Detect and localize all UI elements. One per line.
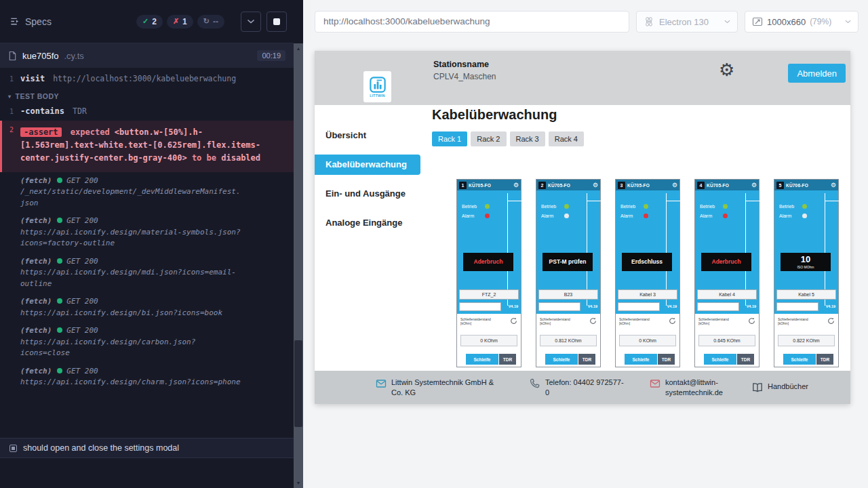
measurement-value: 0 KOhm: [619, 335, 676, 346]
stat-failed: ✗1: [167, 15, 193, 28]
device-number-badge: 5: [776, 182, 784, 189]
command-log-entry[interactable]: 1 visit http://localhost:3000/kabelueber…: [0, 72, 294, 85]
browser-name: Electron 130: [659, 17, 709, 27]
device-card: 1 KÜ705-FO ⚙ Betrieb Alarm: [456, 179, 521, 367]
nav-item[interactable]: Kabelüberwachung: [315, 155, 420, 175]
schleife-button[interactable]: Schleife: [704, 354, 736, 365]
footer-icon: [376, 378, 387, 389]
nav-item[interactable]: Analoge Eingänge: [315, 213, 420, 233]
failed-assertion-entry[interactable]: 2 -assert expected <button.w-[50%].h-[1.…: [0, 121, 294, 172]
status-subtext: ISO MOhm: [797, 265, 814, 269]
chevron-down-icon: [845, 20, 851, 24]
refresh-icon[interactable]: [589, 317, 597, 325]
rack-tab[interactable]: Rack 3: [510, 131, 545, 146]
measurement-panel: Schleifenwiderstand [kOhm] 0.645 KOhm Sc…: [695, 314, 759, 367]
footer-contact-item[interactable]: Telefon: 04402 972577-0: [530, 378, 625, 397]
cable-diagram-tick: [507, 201, 521, 201]
app-frame: LITTWIN Stationsname CPLV4_Maschen ⚙ Abm…: [315, 51, 850, 404]
footer-contact-item[interactable]: Littwin Systemtechnik GmbH & Co. KG: [376, 378, 505, 397]
command-log-entry[interactable]: 1 -contains TDR: [0, 104, 294, 118]
test-body-section-header[interactable]: ▾ TEST BODY: [0, 85, 294, 104]
label-input[interactable]: [697, 302, 739, 311]
scroll-up-arrow-icon[interactable]: ▲: [294, 46, 303, 51]
rack-tab[interactable]: Rack 2: [471, 131, 506, 146]
url-input[interactable]: http://localhost:3000/kabelueberwachung: [315, 11, 629, 33]
label-input[interactable]: [618, 302, 660, 311]
refresh-icon[interactable]: [827, 317, 835, 325]
schleife-button[interactable]: Schleife: [466, 354, 498, 365]
nav-item[interactable]: Übersicht: [315, 125, 420, 146]
refresh-icon[interactable]: [510, 317, 517, 325]
mail-icon: [376, 378, 387, 389]
specs-menu-button[interactable]: Specs: [9, 16, 52, 27]
cypress-reporter-panel: Specs ✓2 ✗1 ↻-- kue705fo .cy.ts 00:19: [0, 0, 303, 488]
device-settings-gear-icon[interactable]: ⚙: [672, 182, 677, 188]
fetch-label: (fetch): [20, 176, 52, 185]
device-card: 2 KÜ705-FO ⚙ Betrieb Alarm: [536, 179, 601, 367]
spec-name: kue705fo: [22, 51, 59, 61]
tdr-button[interactable]: TDR: [578, 354, 595, 365]
fetch-log-entry[interactable]: (fetch)GET 200 /_next/static/development…: [0, 172, 294, 213]
fetch-log-entry[interactable]: (fetch)GET 200 https://api.iconify.desig…: [0, 293, 294, 322]
caret-down-icon: ▾: [8, 94, 12, 100]
command-number: 2: [2, 126, 20, 165]
tdr-button[interactable]: TDR: [737, 354, 754, 365]
label-input[interactable]: [459, 302, 501, 311]
footer-contact-item[interactable]: Handbücher: [752, 382, 808, 393]
stop-tests-button[interactable]: [267, 12, 287, 32]
footer-contact-item[interactable]: kontakt@littwin-systemtechnik.de: [650, 378, 728, 397]
cable-label-field[interactable]: FTZ_2: [459, 289, 519, 300]
spec-extension: .cy.ts: [64, 51, 84, 61]
tdr-button[interactable]: TDR: [658, 354, 675, 365]
fetch-log-entry[interactable]: (fetch)GET 200 https://api.iconify.desig…: [0, 212, 294, 253]
fetch-log-entry[interactable]: (fetch)GET 200 https://api.iconify.desig…: [0, 253, 294, 293]
schleife-button[interactable]: Schleife: [783, 354, 816, 365]
refresh-icon[interactable]: [669, 317, 676, 325]
fetch-url: https://api.iconify.design/mdi.json?icon…: [20, 267, 244, 289]
fetch-label: (fetch): [20, 367, 52, 375]
tdr-button[interactable]: TDR: [499, 354, 516, 365]
next-test-row[interactable]: should open and close the settings modal: [0, 438, 294, 458]
tdr-button[interactable]: TDR: [816, 354, 833, 365]
schleife-button[interactable]: Schleife: [625, 354, 657, 365]
measurement-label: Schleifenwiderstand [kOhm]: [460, 317, 502, 325]
logout-button[interactable]: Abmelden: [788, 64, 846, 83]
scrollbar-thumb[interactable]: [294, 340, 302, 427]
reporter-scrollbar[interactable]: ▲ ▼: [294, 43, 303, 488]
scroll-down-arrow-icon[interactable]: ▼: [294, 481, 303, 485]
viewport-size: 1000x660: [767, 17, 806, 27]
alarm-led: [644, 214, 648, 218]
device-settings-gear-icon[interactable]: ⚙: [831, 182, 836, 188]
label-input[interactable]: [538, 302, 580, 311]
viewport-selector[interactable]: 1000x660 (79%): [745, 11, 859, 33]
schleife-button[interactable]: Schleife: [545, 354, 578, 365]
browser-selector[interactable]: Electron 130: [636, 11, 738, 33]
status-display: Aderbruch: [463, 253, 513, 271]
collapse-reporter-button[interactable]: [241, 12, 261, 32]
device-settings-gear-icon[interactable]: ⚙: [593, 182, 598, 188]
rack-tab[interactable]: Rack 4: [549, 131, 584, 146]
device-number-badge: 4: [697, 182, 705, 189]
spec-file-row[interactable]: kue705fo .cy.ts 00:19: [0, 43, 294, 68]
refresh-icon[interactable]: [748, 317, 755, 325]
specs-list-icon: [9, 16, 20, 26]
rack-tab[interactable]: Rack 1: [432, 131, 467, 146]
measurement-label: Schleifenwiderstand [kOhm]: [698, 317, 741, 325]
device-settings-gear-icon[interactable]: ⚙: [513, 182, 519, 188]
nav-item[interactable]: Ein- und Ausgänge: [315, 184, 420, 204]
betrieb-led: [723, 204, 728, 209]
fetch-method-status: GET 200: [66, 257, 98, 266]
settings-gear-icon[interactable]: ⚙: [719, 61, 734, 79]
cable-label-field[interactable]: Kabel 3: [618, 289, 677, 300]
fetch-log-entry[interactable]: (fetch)GET 200 https://api.iconify.desig…: [0, 363, 294, 392]
fetch-log-list: (fetch)GET 200 /_next/static/development…: [0, 172, 294, 392]
cable-label-field[interactable]: Kabel 5: [776, 289, 836, 300]
firmware-version: V4.19: [826, 304, 835, 308]
assert-state: disabled: [221, 153, 260, 163]
device-settings-gear-icon[interactable]: ⚙: [751, 182, 757, 188]
fetch-log-entry[interactable]: (fetch)GET 200 https://api.iconify.desig…: [0, 322, 294, 363]
label-input[interactable]: [776, 302, 818, 311]
cable-label-field[interactable]: Kabel 4: [697, 289, 757, 300]
measurement-label: Schleifenwiderstand [kOhm]: [540, 317, 582, 325]
cable-label-field[interactable]: B23: [538, 289, 598, 300]
